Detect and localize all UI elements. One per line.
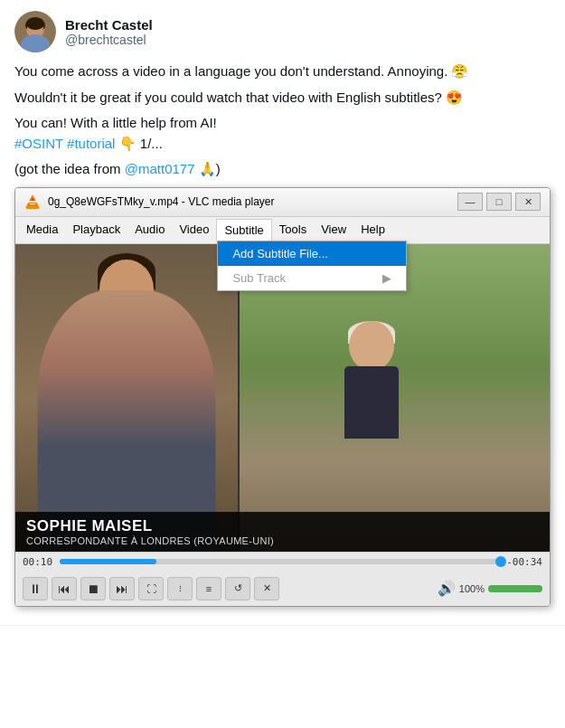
tweet-header: Brecht Castel @brechtcastel [14, 11, 551, 52]
man-figure [302, 321, 441, 506]
tweet-para-2: Wouldn't it be great if you could watch … [14, 88, 551, 109]
maximize-button[interactable]: □ [486, 193, 512, 211]
tweet-container: Brecht Castel @brechtcastel You come acr… [0, 0, 565, 626]
play-pause-button[interactable]: ⏸ [23, 577, 48, 600]
playlist-button[interactable]: ≡ [196, 577, 221, 600]
minimize-button[interactable]: — [457, 193, 483, 211]
lower-third: SOPHIE MAISEL CORRESPONDANTE À LONDRES (… [15, 512, 550, 552]
progress-dot [495, 556, 506, 567]
lower-third-name: SOPHIE MAISEL [26, 517, 539, 535]
man-head [349, 321, 394, 371]
volume-bar[interactable] [488, 585, 542, 592]
fullscreen-button[interactable]: ⛶ [138, 577, 164, 600]
time-remaining: -00:34 [506, 556, 542, 568]
random-button[interactable]: ✕ [254, 577, 279, 600]
next-button[interactable]: ⏭ [109, 577, 135, 600]
vlc-menubar: Media Playback Audio Video Subtitle Add … [15, 217, 550, 244]
progress-bar[interactable] [60, 559, 501, 564]
tweet-para-4: (got the idea from @matt0177 🙏) [14, 159, 551, 180]
add-subtitle-label: Add Subtitle File... [232, 247, 328, 260]
hashtag-osint[interactable]: #OSINT [14, 136, 63, 151]
volume-fill [488, 585, 542, 592]
menu-audio[interactable]: Audio [127, 219, 172, 241]
close-button[interactable]: ✕ [515, 193, 541, 211]
sub-track-label: Sub Track [232, 271, 286, 285]
volume-area: 🔊 100% [438, 580, 542, 597]
display-name: Brecht Castel [65, 17, 153, 33]
time-current: 00:10 [23, 556, 54, 568]
menu-subtitle[interactable]: Subtitle Add Subtitle File... Sub Track … [216, 219, 271, 241]
add-subtitle-file-item[interactable]: Add Subtitle File... [218, 241, 406, 266]
vlc-controls: ⏸ ⏮ ⏹ ⏭ ⛶ ⫶ ≡ ↺ ✕ 🔊 100% [15, 573, 550, 606]
user-info: Brecht Castel @brechtcastel [65, 17, 153, 47]
progress-row: 00:10 -00:34 [23, 556, 542, 568]
tweet-para-1: You come across a video in a language yo… [14, 61, 551, 82]
svg-rect-9 [26, 207, 39, 209]
tweet-para-3: You can! With a little help from AI! #OS… [14, 113, 551, 154]
news-anchor-panel [15, 244, 240, 552]
menu-help[interactable]: Help [353, 219, 392, 241]
svg-rect-8 [27, 205, 38, 207]
hashtag-tutorial[interactable]: #tutorial [67, 136, 115, 151]
lower-third-title: CORRESPONDANTE À LONDRES (ROYAUME-UNI) [26, 535, 539, 546]
volume-icon[interactable]: 🔊 [438, 580, 456, 597]
mention-matt[interactable]: @matt0177 [125, 161, 195, 176]
vlc-window: 0g_Q8eWGFsTMky_v.mp4 - VLC media player … [14, 187, 551, 607]
avatar[interactable] [14, 11, 56, 52]
menu-video[interactable]: Video [172, 219, 216, 241]
username: @brechtcastel [65, 33, 153, 47]
man-body [344, 366, 399, 439]
window-controls: — □ ✕ [457, 193, 541, 211]
vlc-app-icon [24, 194, 41, 210]
menu-view[interactable]: View [314, 219, 353, 241]
loop-button[interactable]: ↺ [225, 577, 250, 600]
sub-track-arrow: ▶ [382, 271, 391, 285]
svg-point-5 [26, 17, 44, 30]
extended-settings-button[interactable]: ⫶ [167, 577, 193, 600]
menu-media[interactable]: Media [19, 219, 65, 241]
menu-playback[interactable]: Playback [65, 219, 127, 241]
subtitle-dropdown: Add Subtitle File... Sub Track ▶ [217, 241, 407, 291]
progress-fill [60, 559, 156, 564]
volume-percent: 100% [459, 583, 485, 594]
prev-button[interactable]: ⏮ [52, 577, 77, 600]
vlc-titlebar: 0g_Q8eWGFsTMky_v.mp4 - VLC media player … [15, 188, 550, 217]
menu-tools[interactable]: Tools [272, 219, 314, 241]
sub-track-item[interactable]: Sub Track ▶ [218, 266, 406, 290]
vlc-title: 0g_Q8eWGFsTMky_v.mp4 - VLC media player [48, 195, 450, 208]
stop-button[interactable]: ⏹ [80, 577, 106, 600]
vlc-progress: 00:10 -00:34 [15, 552, 550, 573]
tweet-text: You come across a video in a language yo… [14, 61, 551, 180]
